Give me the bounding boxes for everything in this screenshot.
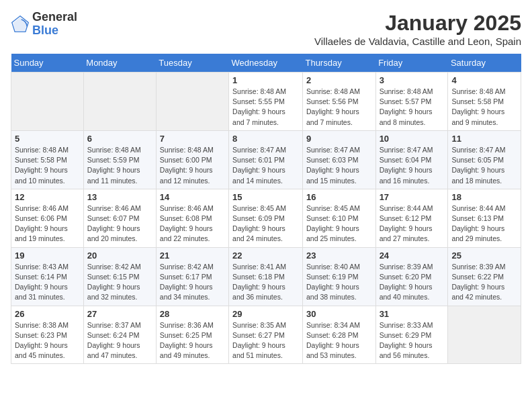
month-title: January 2025 bbox=[314, 11, 521, 36]
day-number: 7 bbox=[160, 134, 225, 144]
title-block: January 2025 Villaeles de Valdavia, Cast… bbox=[314, 11, 521, 47]
calendar-day-cell: 25Sunrise: 8:39 AM Sunset: 6:22 PM Dayli… bbox=[448, 247, 521, 306]
calendar-day-cell: 11Sunrise: 8:47 AM Sunset: 6:05 PM Dayli… bbox=[448, 130, 521, 189]
day-number: 30 bbox=[306, 309, 372, 319]
day-number: 21 bbox=[160, 250, 225, 261]
day-info: Sunrise: 8:44 AM Sunset: 6:13 PM Dayligh… bbox=[451, 203, 517, 244]
calendar-day-cell: 26Sunrise: 8:38 AM Sunset: 6:23 PM Dayli… bbox=[11, 306, 84, 364]
day-number: 2 bbox=[306, 75, 372, 85]
calendar-day-cell: 3Sunrise: 8:48 AM Sunset: 5:57 PM Daylig… bbox=[375, 73, 448, 131]
weekday-header-monday: Monday bbox=[83, 54, 156, 73]
calendar-day-cell: 12Sunrise: 8:46 AM Sunset: 6:06 PM Dayli… bbox=[11, 189, 84, 247]
day-info: Sunrise: 8:43 AM Sunset: 6:14 PM Dayligh… bbox=[15, 262, 80, 303]
logo: General Blue bbox=[11, 11, 77, 38]
calendar-day-cell: 14Sunrise: 8:46 AM Sunset: 6:08 PM Dayli… bbox=[156, 189, 228, 247]
calendar-day-cell: 20Sunrise: 8:42 AM Sunset: 6:15 PM Dayli… bbox=[83, 247, 156, 306]
day-info: Sunrise: 8:47 AM Sunset: 6:01 PM Dayligh… bbox=[232, 145, 299, 186]
day-info: Sunrise: 8:39 AM Sunset: 6:22 PM Dayligh… bbox=[451, 262, 517, 303]
weekday-header-thursday: Thursday bbox=[302, 54, 375, 73]
day-info: Sunrise: 8:47 AM Sunset: 6:04 PM Dayligh… bbox=[380, 145, 445, 186]
day-number: 28 bbox=[160, 309, 225, 319]
day-number: 22 bbox=[232, 250, 299, 261]
calendar-day-cell: 1Sunrise: 8:48 AM Sunset: 5:55 PM Daylig… bbox=[229, 73, 303, 131]
calendar-day-cell bbox=[11, 73, 84, 131]
day-info: Sunrise: 8:48 AM Sunset: 5:57 PM Dayligh… bbox=[380, 87, 445, 128]
day-number: 27 bbox=[87, 309, 152, 319]
calendar-day-cell: 4Sunrise: 8:48 AM Sunset: 5:58 PM Daylig… bbox=[448, 73, 521, 131]
day-number: 9 bbox=[306, 134, 372, 144]
calendar-day-cell: 27Sunrise: 8:37 AM Sunset: 6:24 PM Dayli… bbox=[83, 306, 156, 364]
day-number: 16 bbox=[306, 192, 372, 202]
calendar-week-row: 19Sunrise: 8:43 AM Sunset: 6:14 PM Dayli… bbox=[11, 247, 521, 306]
location-subtitle: Villaeles de Valdavia, Castille and Leon… bbox=[314, 36, 521, 47]
logo-general: General bbox=[32, 10, 77, 24]
day-info: Sunrise: 8:46 AM Sunset: 6:07 PM Dayligh… bbox=[87, 203, 152, 244]
day-number: 13 bbox=[87, 192, 152, 202]
calendar-day-cell: 22Sunrise: 8:41 AM Sunset: 6:18 PM Dayli… bbox=[229, 247, 303, 306]
weekday-header-row: SundayMondayTuesdayWednesdayThursdayFrid… bbox=[11, 54, 521, 73]
calendar-day-cell: 13Sunrise: 8:46 AM Sunset: 6:07 PM Dayli… bbox=[83, 189, 156, 247]
day-info: Sunrise: 8:40 AM Sunset: 6:19 PM Dayligh… bbox=[306, 262, 372, 303]
day-info: Sunrise: 8:35 AM Sunset: 6:27 PM Dayligh… bbox=[232, 320, 299, 361]
calendar-week-row: 12Sunrise: 8:46 AM Sunset: 6:06 PM Dayli… bbox=[11, 189, 521, 247]
day-info: Sunrise: 8:48 AM Sunset: 5:58 PM Dayligh… bbox=[15, 145, 80, 186]
day-info: Sunrise: 8:42 AM Sunset: 6:15 PM Dayligh… bbox=[87, 262, 152, 303]
day-info: Sunrise: 8:36 AM Sunset: 6:25 PM Dayligh… bbox=[160, 320, 225, 361]
weekday-header-sunday: Sunday bbox=[11, 54, 84, 73]
calendar-day-cell: 21Sunrise: 8:42 AM Sunset: 6:17 PM Dayli… bbox=[156, 247, 228, 306]
calendar-day-cell bbox=[83, 73, 156, 131]
calendar-day-cell: 23Sunrise: 8:40 AM Sunset: 6:19 PM Dayli… bbox=[302, 247, 375, 306]
day-info: Sunrise: 8:41 AM Sunset: 6:18 PM Dayligh… bbox=[232, 262, 299, 303]
day-number: 23 bbox=[306, 250, 372, 261]
day-info: Sunrise: 8:45 AM Sunset: 6:10 PM Dayligh… bbox=[306, 203, 372, 244]
calendar-day-cell: 2Sunrise: 8:48 AM Sunset: 5:56 PM Daylig… bbox=[302, 73, 375, 131]
day-number: 15 bbox=[232, 192, 299, 202]
day-number: 4 bbox=[451, 75, 517, 85]
day-number: 14 bbox=[160, 192, 225, 202]
day-number: 5 bbox=[15, 134, 80, 144]
day-info: Sunrise: 8:42 AM Sunset: 6:17 PM Dayligh… bbox=[160, 262, 225, 303]
day-number: 12 bbox=[15, 192, 80, 202]
day-info: Sunrise: 8:33 AM Sunset: 6:29 PM Dayligh… bbox=[380, 320, 445, 361]
calendar-day-cell: 9Sunrise: 8:47 AM Sunset: 6:03 PM Daylig… bbox=[302, 130, 375, 189]
day-number: 29 bbox=[232, 309, 299, 319]
day-info: Sunrise: 8:48 AM Sunset: 5:56 PM Dayligh… bbox=[306, 87, 372, 128]
day-info: Sunrise: 8:46 AM Sunset: 6:08 PM Dayligh… bbox=[160, 203, 225, 244]
day-info: Sunrise: 8:47 AM Sunset: 6:05 PM Dayligh… bbox=[451, 145, 517, 186]
calendar-day-cell: 15Sunrise: 8:45 AM Sunset: 6:09 PM Dayli… bbox=[229, 189, 303, 247]
day-info: Sunrise: 8:45 AM Sunset: 6:09 PM Dayligh… bbox=[232, 203, 299, 244]
day-number: 18 bbox=[451, 192, 517, 202]
day-number: 31 bbox=[380, 309, 445, 319]
calendar-day-cell: 7Sunrise: 8:48 AM Sunset: 6:00 PM Daylig… bbox=[156, 130, 228, 189]
calendar-day-cell: 28Sunrise: 8:36 AM Sunset: 6:25 PM Dayli… bbox=[156, 306, 228, 364]
calendar-day-cell: 24Sunrise: 8:39 AM Sunset: 6:20 PM Dayli… bbox=[375, 247, 448, 306]
calendar-day-cell: 18Sunrise: 8:44 AM Sunset: 6:13 PM Dayli… bbox=[448, 189, 521, 247]
day-info: Sunrise: 8:46 AM Sunset: 6:06 PM Dayligh… bbox=[15, 203, 80, 244]
calendar-table: SundayMondayTuesdayWednesdayThursdayFrid… bbox=[11, 54, 521, 364]
day-number: 24 bbox=[380, 250, 445, 261]
day-info: Sunrise: 8:44 AM Sunset: 6:12 PM Dayligh… bbox=[380, 203, 445, 244]
day-info: Sunrise: 8:34 AM Sunset: 6:28 PM Dayligh… bbox=[306, 320, 372, 361]
day-number: 1 bbox=[232, 75, 299, 85]
day-number: 26 bbox=[15, 309, 80, 319]
logo-text: General Blue bbox=[32, 11, 77, 38]
calendar-day-cell: 6Sunrise: 8:48 AM Sunset: 5:59 PM Daylig… bbox=[83, 130, 156, 189]
logo-icon bbox=[11, 15, 30, 34]
day-number: 11 bbox=[451, 134, 517, 144]
page-header: General Blue January 2025 Villaeles de V… bbox=[11, 11, 521, 47]
calendar-day-cell: 30Sunrise: 8:34 AM Sunset: 6:28 PM Dayli… bbox=[302, 306, 375, 364]
calendar-day-cell: 17Sunrise: 8:44 AM Sunset: 6:12 PM Dayli… bbox=[375, 189, 448, 247]
day-info: Sunrise: 8:37 AM Sunset: 6:24 PM Dayligh… bbox=[87, 320, 152, 361]
day-info: Sunrise: 8:38 AM Sunset: 6:23 PM Dayligh… bbox=[15, 320, 80, 361]
day-info: Sunrise: 8:48 AM Sunset: 5:55 PM Dayligh… bbox=[232, 87, 299, 128]
day-info: Sunrise: 8:47 AM Sunset: 6:03 PM Dayligh… bbox=[306, 145, 372, 186]
day-number: 8 bbox=[232, 134, 299, 144]
weekday-header-tuesday: Tuesday bbox=[156, 54, 228, 73]
day-number: 3 bbox=[380, 75, 445, 85]
day-info: Sunrise: 8:48 AM Sunset: 6:00 PM Dayligh… bbox=[160, 145, 225, 186]
day-number: 19 bbox=[15, 250, 80, 261]
weekday-header-wednesday: Wednesday bbox=[229, 54, 303, 73]
day-number: 25 bbox=[451, 250, 517, 261]
day-info: Sunrise: 8:39 AM Sunset: 6:20 PM Dayligh… bbox=[380, 262, 445, 303]
logo-blue: Blue bbox=[32, 24, 58, 37]
